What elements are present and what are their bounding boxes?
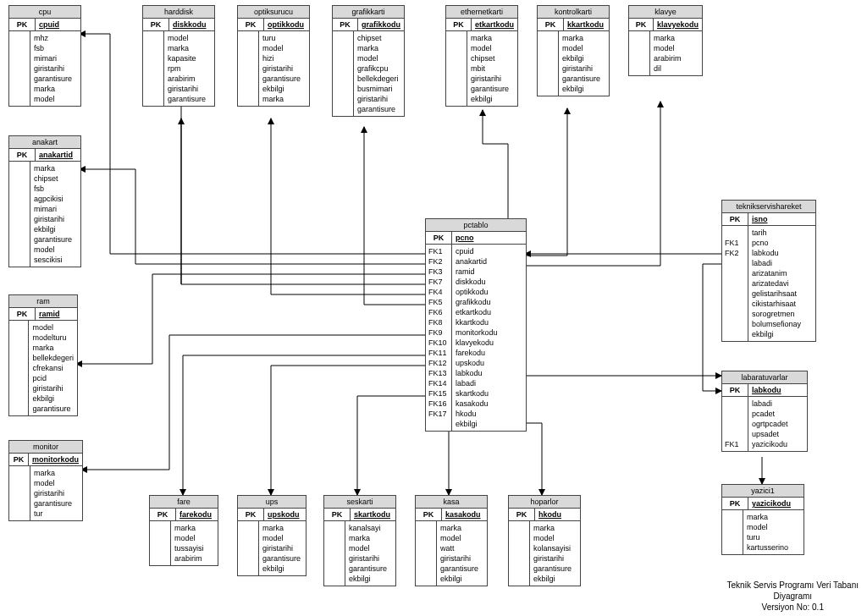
table-labaratuvarlar: labaratuvarlar PKlabkodu FK1 labadipcade… <box>721 371 808 452</box>
field-list: mhzfsbmimarigiristarihigarantisuremarkam… <box>30 31 80 106</box>
table-seskarti: seskarti PKskartkodu kanalsayimarkamodel… <box>323 495 396 586</box>
table-teknikservishareket: teknikservishareket PKisno FK1FK2 tarihp… <box>721 200 816 342</box>
table-fare: fare PKfarekodu markamodeltussayisiarabi… <box>149 495 218 566</box>
diagram-footer: Teknik Servis Programı Veri Tabanı Diyag… <box>727 580 859 613</box>
table-ups: ups PKupskodu markamodelgiristarihigaran… <box>237 495 306 576</box>
table-klavye: klavye PKklavyekodu markamodelarabirimdi… <box>628 5 703 76</box>
table-monitor: monitor PKmonitorkodu markamodelgiristar… <box>8 440 83 521</box>
table-ram: ram PKramid modelmodelturumarkabellekdeg… <box>8 294 78 416</box>
er-diagram: cpu PKcpuid mhzfsbmimarigiristarihigaran… <box>0 0 867 616</box>
table-anakart: anakart PKanakartid markachipsetfsbagpci… <box>8 135 81 267</box>
table-kasa: kasa PKkasakodu markamodelwattgiristarih… <box>415 495 488 586</box>
table-cpu: cpu PKcpuid mhzfsbmimarigiristarihigaran… <box>8 5 81 107</box>
table-grafikkarti: grafikkarti PKgrafikkodu chipsetmarkamod… <box>332 5 405 117</box>
table-title: cpu <box>9 6 80 19</box>
table-harddisk: harddisk PKdiskkodu modelmarkakapasiterp… <box>142 5 215 107</box>
table-kontrolkarti: kontrolkarti PKkkartkodu markamodelekbil… <box>537 5 610 96</box>
table-pctablo: pctablo PKpcno FK1FK2FK3FK7FK4FK5FK6FK8F… <box>425 218 527 432</box>
table-hoparlor: hoparlor PKhkodu markamodelkolansayisigi… <box>508 495 581 586</box>
table-ethernetkarti: ethernetkarti PKetkartkodu markamodelchi… <box>445 5 518 107</box>
table-optiksurucu: optiksurucu PKoptikkodu turumodelhizigir… <box>237 5 310 107</box>
table-yazici1: yazici1 PKyazicikodu markamodelturukartu… <box>721 484 804 555</box>
